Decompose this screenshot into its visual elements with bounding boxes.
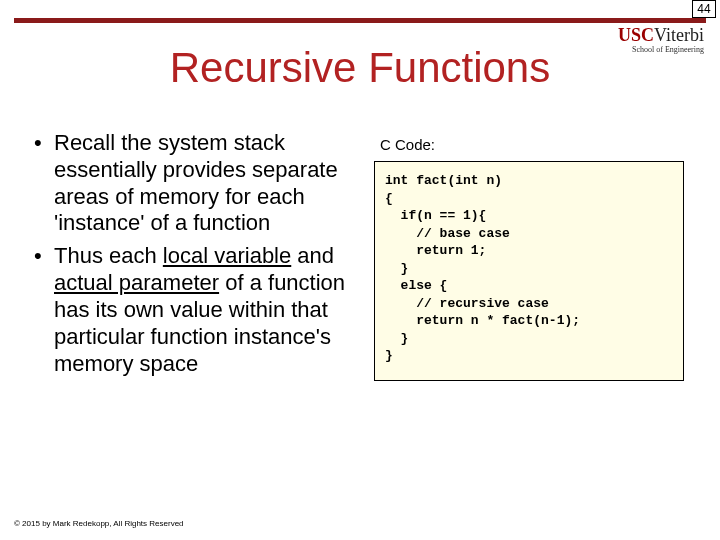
bullet-text: Recall the system stack essentially prov… bbox=[54, 130, 338, 235]
slide-title: Recursive Functions bbox=[0, 44, 720, 92]
code-label: C Code: bbox=[380, 136, 684, 153]
logo-usc-text: USC bbox=[618, 25, 654, 45]
bullet-text-underline: local variable bbox=[163, 243, 291, 268]
copyright-text: © 2015 by Mark Redekopp, All Rights Rese… bbox=[14, 519, 184, 528]
header-rule bbox=[14, 18, 706, 23]
bullet-text-underline: actual parameter bbox=[54, 270, 219, 295]
slide: 44 USCViterbi School of Engineering Recu… bbox=[0, 0, 720, 540]
page-number: 44 bbox=[692, 0, 716, 18]
bullet-text-prefix: Thus each bbox=[54, 243, 163, 268]
bullet-item: Thus each local variable and actual para… bbox=[34, 243, 354, 377]
logo-viterbi-text: Viterbi bbox=[654, 25, 704, 45]
code-column: C Code: int fact(int n) { if(n == 1){ //… bbox=[374, 130, 684, 383]
code-box: int fact(int n) { if(n == 1){ // base ca… bbox=[374, 161, 684, 381]
slide-body: Recall the system stack essentially prov… bbox=[34, 130, 700, 383]
bullet-list: Recall the system stack essentially prov… bbox=[34, 130, 354, 383]
bullet-text-mid: and bbox=[291, 243, 334, 268]
bullet-item: Recall the system stack essentially prov… bbox=[34, 130, 354, 237]
